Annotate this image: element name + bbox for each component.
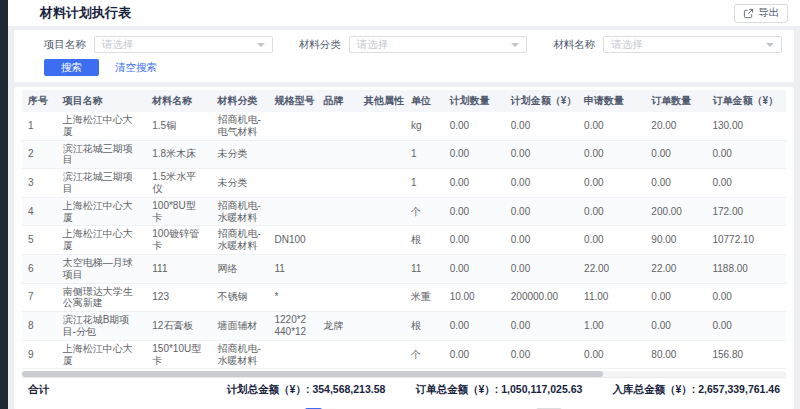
table-cell: 招商机电-水暖材料 (211, 226, 268, 255)
table-cell: 1 (22, 112, 57, 140)
table-cell: 90.00 (645, 226, 706, 255)
column-header: 序号 (22, 90, 57, 112)
table-cell: 22.00 (645, 254, 706, 283)
table-row[interactable]: 8滨江花城B期项目-分包12石膏板墙面辅材1220*2440*12龙牌根0.00… (22, 312, 786, 341)
page-header: 材料计划执行表 导出 (8, 0, 800, 26)
table-cell (358, 226, 405, 255)
filter-row: 项目名称请选择材料分类请选择材料名称请选择 (44, 36, 782, 53)
table-cell: 上海松江中心大厦 (57, 112, 147, 140)
table-cell: 0.00 (578, 340, 645, 369)
table-header-row: 序号项目名称材料名称材料分类规格型号品牌其他属性单位计划数量计划金额（¥）申请数… (22, 90, 786, 112)
table-cell: kg (405, 112, 444, 140)
table-cell: 200.00 (645, 197, 706, 226)
table-cell: 10.00 (444, 283, 505, 312)
table-cell: 滨江花城三期项目 (57, 140, 147, 169)
table-cell: 12石膏板 (146, 312, 211, 341)
table-cell: 11.00 (578, 283, 645, 312)
table-cell: 根 (405, 312, 444, 341)
table-cell: 150*10U型卡 (146, 340, 211, 369)
table-cell: 0.00 (706, 169, 786, 198)
table-cell: 0.00 (444, 197, 505, 226)
table-cell: 0.00 (706, 283, 786, 312)
table-cell: 0.00 (578, 197, 645, 226)
table-cell: 0.00 (505, 169, 578, 198)
table-cell: 未分类 (211, 169, 268, 198)
export-icon (743, 8, 754, 19)
materials-table: 序号项目名称材料名称材料分类规格型号品牌其他属性单位计划数量计划金额（¥）申请数… (22, 90, 786, 369)
summary-item-label: 订单总金额（¥）: (415, 383, 498, 395)
table-cell (317, 112, 358, 140)
select-placeholder: 请选择 (611, 38, 766, 52)
export-button-label: 导出 (758, 6, 779, 20)
summary-total-label: 合计 (28, 383, 49, 397)
filter-group: 项目名称请选择 (44, 36, 273, 53)
column-header: 计划数量 (444, 90, 505, 112)
table-cell: 0.00 (505, 112, 578, 140)
table-cell: 1.00 (578, 312, 645, 341)
table-cell: 1 (405, 140, 444, 169)
table-cell (317, 340, 358, 369)
table-cell: 个 (405, 340, 444, 369)
table-cell (317, 226, 358, 255)
table-cell (358, 140, 405, 169)
table-row[interactable]: 1上海松江中心大厦1.5铜招商机电-电气材料kg0.000.000.0020.0… (22, 112, 786, 140)
table-cell: 0.00 (444, 340, 505, 369)
table-cell: 200000.00 (505, 283, 578, 312)
summary-items: 计划总金额（¥）:354,568,213.58订单总金额（¥）:1,050,11… (227, 383, 780, 397)
table-cell: 1.8米木床 (146, 140, 211, 169)
table-cell: 0.00 (505, 254, 578, 283)
table-row[interactable]: 9上海松江中心大厦150*10U型卡招商机电-水暖材料个0.000.000.00… (22, 340, 786, 369)
column-header: 订单数量 (645, 90, 706, 112)
column-header: 材料分类 (211, 90, 268, 112)
column-header: 规格型号 (268, 90, 317, 112)
table-cell: 20.00 (645, 112, 706, 140)
table-cell (358, 112, 405, 140)
filter-actions: 搜索 清空搜索 (44, 59, 782, 76)
column-header: 其他属性 (358, 90, 405, 112)
app-root: 材料计划执行表 导出 项目名称请选择材料分类请选择材料名称请选择 搜索 清空搜索 (0, 0, 800, 409)
table-cell: 0.00 (706, 312, 786, 341)
table-cell: 9 (22, 340, 57, 369)
table-cell (317, 169, 358, 198)
table-cell: 0.00 (505, 226, 578, 255)
chevron-down-icon (511, 43, 519, 47)
summary-item: 订单总金额（¥）:1,050,117,025.63 (415, 383, 582, 397)
table-cell: DN100 (268, 226, 317, 255)
table-row[interactable]: 7南侧璟达大学生公寓新建123不锈钢*米重10.00200000.0011.00… (22, 283, 786, 312)
column-header: 单位 (405, 90, 444, 112)
table-cell: 100*8U型卡 (146, 197, 211, 226)
filter-label: 项目名称 (44, 38, 86, 52)
select-placeholder: 请选择 (102, 38, 257, 52)
table-row[interactable]: 5上海松江中心大厦100镀锌管卡招商机电-水暖材料DN100根0.000.000… (22, 226, 786, 255)
search-button[interactable]: 搜索 (44, 59, 99, 76)
filter-select[interactable]: 请选择 (603, 36, 782, 53)
summary-item-value: 2,657,339,761.46 (698, 383, 780, 395)
table-cell: 22.00 (578, 254, 645, 283)
table-cell (317, 197, 358, 226)
table-cell: 111 (146, 254, 211, 283)
table-cell: 6 (22, 254, 57, 283)
table-cell: * (268, 283, 317, 312)
table-cell: 0.00 (578, 112, 645, 140)
table-cell: 0.00 (444, 312, 505, 341)
export-button[interactable]: 导出 (734, 4, 788, 23)
table-cell: 太空电梯—月球项目 (57, 254, 147, 283)
table-row[interactable]: 3滨江花城三期项目1.5米水平仪未分类10.000.000.000.000.00 (22, 169, 786, 198)
summary-item: 计划总金额（¥）:354,568,213.58 (227, 383, 386, 397)
table-cell (317, 254, 358, 283)
table-cell: 墙面辅材 (211, 312, 268, 341)
table-cell: 0.00 (444, 112, 505, 140)
table-row[interactable]: 6太空电梯—月球项目111网络11110.000.0022.0022.00118… (22, 254, 786, 283)
filter-select[interactable]: 请选择 (349, 36, 528, 53)
table-row[interactable]: 4上海松江中心大厦100*8U型卡招商机电-水暖材料个0.000.000.002… (22, 197, 786, 226)
table-row[interactable]: 2滨江花城三期项目1.8米木床未分类10.000.000.000.000.00 (22, 140, 786, 169)
table-cell: 0.00 (505, 340, 578, 369)
collapsed-sidebar[interactable] (0, 0, 8, 409)
table-cell: 0.00 (444, 169, 505, 198)
filter-select[interactable]: 请选择 (94, 36, 273, 53)
table-cell: 5 (22, 226, 57, 255)
table-cell: 100镀锌管卡 (146, 226, 211, 255)
clear-search-button[interactable]: 清空搜索 (115, 61, 157, 75)
filter-group: 材料名称请选择 (553, 36, 782, 53)
table-cell (317, 140, 358, 169)
